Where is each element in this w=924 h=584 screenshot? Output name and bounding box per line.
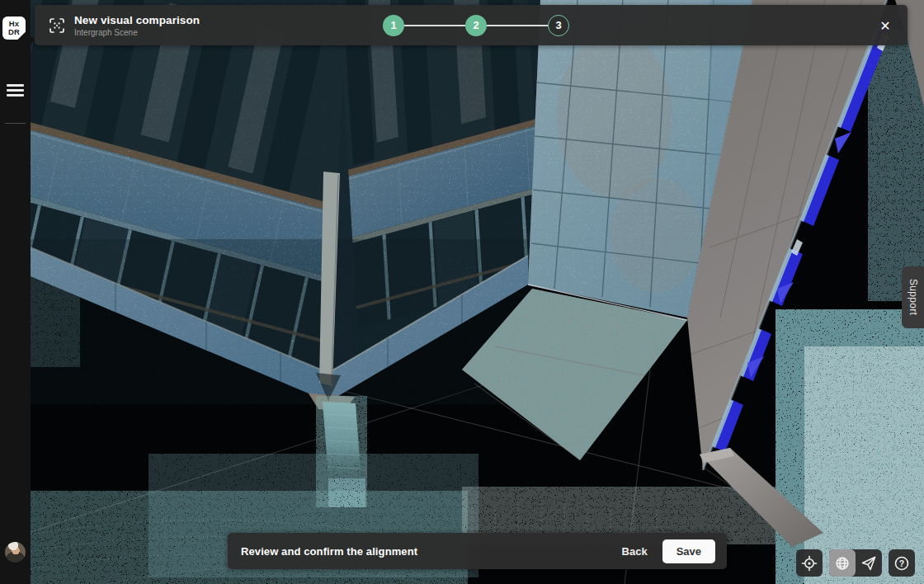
scan-icon — [48, 16, 66, 35]
confirm-message: Review and confirm the alignment — [228, 545, 417, 558]
support-tab[interactable]: Support — [902, 266, 924, 328]
wizard-subtitle: Intergraph Scene — [74, 28, 200, 37]
step-2[interactable]: 2 — [465, 15, 487, 36]
globe-view-button[interactable] — [829, 549, 856, 577]
user-avatar[interactable] — [5, 542, 26, 563]
step-3[interactable]: 3 — [548, 15, 569, 36]
wizard-stepper: 1 2 3 — [383, 5, 569, 45]
left-sidebar — [0, 0, 31, 584]
step-1[interactable]: 1 — [383, 15, 404, 36]
locate-button[interactable] — [796, 549, 823, 577]
help-button[interactable]: ? — [889, 549, 915, 577]
step-connector — [404, 25, 465, 26]
hxdr-logo[interactable]: Hx DR — [2, 16, 26, 40]
globe-icon — [834, 555, 851, 572]
viewport-3d[interactable] — [0, 0, 924, 584]
support-tab-label: Support — [908, 279, 919, 315]
wizard-title: New visual comparison — [74, 14, 200, 26]
logo-line2: DR — [8, 28, 20, 36]
navigate-button[interactable] — [856, 549, 882, 577]
back-button[interactable]: Back — [612, 539, 658, 564]
send-icon — [860, 555, 877, 572]
help-icon: ? — [893, 555, 910, 572]
step-connector — [487, 25, 548, 26]
close-icon: ✕ — [879, 18, 890, 34]
view-mode-group — [829, 549, 882, 577]
viewport-controls: ? — [796, 549, 915, 577]
close-button[interactable]: ✕ — [873, 13, 898, 38]
locate-icon — [801, 555, 818, 572]
app-window: Hx DR New visual comparison Intergraph S… — [0, 0, 924, 584]
scene-render — [0, 0, 924, 584]
menu-icon[interactable] — [7, 84, 24, 97]
confirm-bar: Review and confirm the alignment Back Sa… — [228, 533, 727, 569]
save-button[interactable]: Save — [662, 539, 715, 563]
sidebar-divider — [5, 123, 26, 124]
svg-text:?: ? — [899, 558, 904, 568]
wizard-header: New visual comparison Intergraph Scene 1… — [35, 5, 908, 45]
